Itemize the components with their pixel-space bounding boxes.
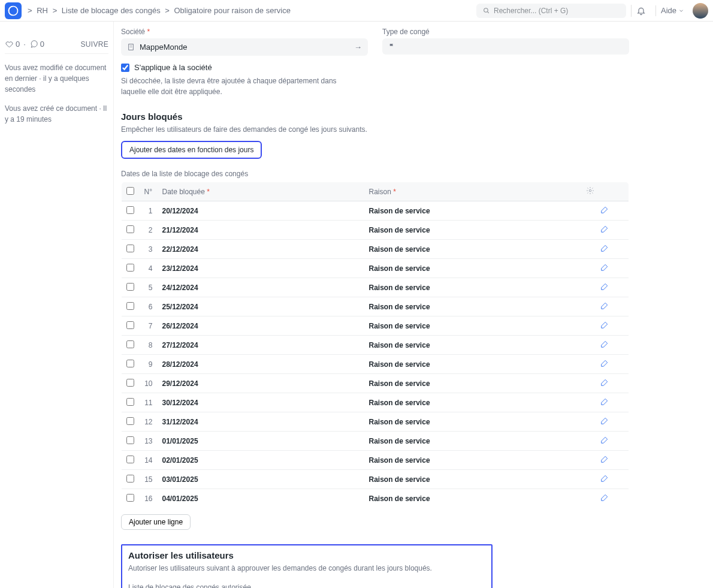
add-row-button[interactable]: Ajouter une ligne	[121, 514, 191, 530]
row-reason: Raison de service	[364, 278, 581, 297]
row-checkbox[interactable]	[126, 321, 134, 329]
edit-icon[interactable]	[600, 493, 609, 503]
edit-icon[interactable]	[600, 340, 609, 350]
row-checkbox[interactable]	[126, 340, 134, 348]
company-select[interactable]: MappeMonde →	[121, 38, 368, 56]
row-num: 15	[140, 470, 158, 489]
flag-icon	[388, 43, 396, 50]
table-row[interactable]: 1503/01/2025Raison de service	[122, 470, 629, 489]
edit-icon[interactable]	[600, 359, 609, 369]
table-row[interactable]: 1231/12/2024Raison de service	[122, 412, 629, 432]
edit-icon[interactable]	[600, 206, 609, 216]
row-num: 11	[140, 393, 158, 412]
applies-company-help: Si décochée, la liste devra être ajoutée…	[121, 76, 355, 97]
applies-company-label: S'applique à la société	[134, 63, 212, 72]
row-checkbox[interactable]	[126, 398, 134, 406]
row-num: 16	[140, 489, 158, 508]
applies-company-checkbox[interactable]	[121, 64, 129, 72]
sidebar: 0 · 0 SUIVRE Vous avez modifié ce docume…	[0, 22, 114, 588]
row-reason: Raison de service	[364, 470, 581, 489]
select-all-checkbox[interactable]	[126, 187, 134, 195]
edit-icon[interactable]	[600, 417, 609, 427]
search-input[interactable]: Rechercher... (Ctrl + G)	[476, 4, 626, 18]
row-date: 23/12/2024	[158, 259, 364, 278]
row-num: 8	[140, 336, 158, 355]
add-dates-by-day-button[interactable]: Ajouter des dates en fonction des jours	[121, 141, 262, 159]
edit-icon[interactable]	[600, 301, 609, 312]
table-row[interactable]: 1130/12/2024Raison de service	[122, 393, 629, 412]
col-num-header: N°	[140, 182, 158, 201]
edit-icon[interactable]	[600, 436, 609, 446]
allow-title: Autoriser les utilisateurs	[128, 550, 485, 560]
table-row[interactable]: 120/12/2024Raison de service	[122, 201, 629, 221]
table-row[interactable]: 928/12/2024Raison de service	[122, 355, 629, 374]
chevron-down-icon	[678, 8, 684, 14]
row-checkbox[interactable]	[126, 436, 134, 444]
gear-icon[interactable]	[586, 186, 594, 195]
like-button[interactable]: 0	[5, 40, 20, 49]
col-reason-header: Raison *	[364, 182, 581, 201]
row-date: 22/12/2024	[158, 240, 364, 259]
avatar[interactable]	[693, 3, 708, 19]
row-checkbox[interactable]	[126, 456, 134, 463]
row-date: 30/12/2024	[158, 393, 364, 412]
help-link[interactable]: Aide	[661, 6, 684, 15]
follow-button[interactable]: SUIVRE	[81, 40, 108, 49]
row-num: 6	[140, 297, 158, 316]
breadcrumb-list[interactable]: Liste de blocage des congés	[62, 6, 161, 15]
edit-icon[interactable]	[600, 282, 609, 293]
row-date: 31/12/2024	[158, 412, 364, 432]
edit-icon[interactable]	[600, 378, 609, 388]
row-num: 12	[140, 412, 158, 432]
edit-icon[interactable]	[600, 263, 609, 273]
row-checkbox[interactable]	[126, 379, 134, 387]
table-row[interactable]: 1301/01/2025Raison de service	[122, 432, 629, 451]
notifications-icon[interactable]	[631, 5, 651, 17]
row-checkbox[interactable]	[126, 225, 134, 233]
table-row[interactable]: 827/12/2024Raison de service	[122, 336, 629, 355]
arrow-right-icon: →	[354, 43, 362, 52]
divider	[655, 5, 656, 16]
row-checkbox[interactable]	[126, 475, 134, 483]
edit-icon[interactable]	[600, 244, 609, 254]
comment-button[interactable]: 0	[29, 40, 44, 49]
table-row[interactable]: 1402/01/2025Raison de service	[122, 451, 629, 470]
edit-icon[interactable]	[600, 321, 609, 331]
row-checkbox[interactable]	[126, 302, 134, 310]
table-row[interactable]: 423/12/2024Raison de service	[122, 259, 629, 278]
meta-created: Vous avez créé ce document · Il y a 19 m…	[5, 103, 108, 125]
blocked-title: Jours bloqués	[121, 111, 629, 122]
table-row[interactable]: 322/12/2024Raison de service	[122, 240, 629, 259]
col-date-header-text: Date bloquée	[162, 188, 205, 196]
table-row[interactable]: 524/12/2024Raison de service	[122, 278, 629, 297]
table-row[interactable]: 1604/01/2025Raison de service	[122, 489, 629, 508]
table-row[interactable]: 726/12/2024Raison de service	[122, 316, 629, 336]
edit-icon[interactable]	[600, 455, 609, 465]
row-num: 4	[140, 259, 158, 278]
svg-point-1	[484, 8, 488, 12]
edit-icon[interactable]	[600, 225, 609, 235]
row-checkbox[interactable]	[126, 283, 134, 291]
help-label: Aide	[661, 6, 676, 15]
table-row[interactable]: 1029/12/2024Raison de service	[122, 374, 629, 393]
edit-icon[interactable]	[600, 397, 609, 408]
blocked-subsection-label: Dates de la liste de blocage des congés	[121, 170, 629, 178]
app-logo[interactable]	[5, 2, 22, 19]
row-num: 10	[140, 374, 158, 393]
edit-icon[interactable]	[600, 474, 609, 484]
row-checkbox[interactable]	[126, 494, 134, 502]
row-checkbox[interactable]	[126, 264, 134, 272]
row-checkbox[interactable]	[126, 245, 134, 252]
row-checkbox[interactable]	[126, 417, 134, 425]
row-date: 28/12/2024	[158, 355, 364, 374]
table-row[interactable]: 625/12/2024Raison de service	[122, 297, 629, 316]
table-row[interactable]: 221/12/2024Raison de service	[122, 221, 629, 240]
row-date: 03/01/2025	[158, 470, 364, 489]
leavetype-select[interactable]	[382, 38, 629, 55]
row-checkbox[interactable]	[126, 206, 134, 214]
search-icon	[482, 7, 490, 14]
breadcrumb-rh[interactable]: RH	[37, 6, 48, 15]
row-reason: Raison de service	[364, 432, 581, 451]
row-checkbox[interactable]	[126, 360, 134, 367]
row-date: 29/12/2024	[158, 374, 364, 393]
